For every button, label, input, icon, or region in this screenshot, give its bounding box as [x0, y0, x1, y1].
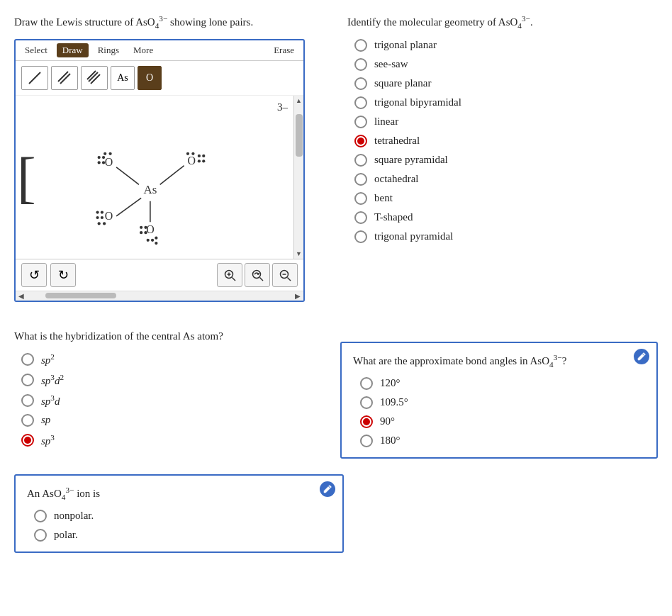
vertical-scrollbar[interactable]: ▲ ▼ [293, 96, 303, 259]
radio-polar[interactable] [34, 529, 47, 542]
svg-point-9 [98, 156, 101, 159]
svg-point-27 [96, 216, 99, 219]
radio-tetrahedral[interactable] [354, 135, 367, 147]
bond-angle-option-120[interactable]: 120° [360, 377, 645, 390]
geometry-option-linear[interactable]: linear [354, 116, 658, 128]
radio-t-shaped[interactable] [354, 211, 367, 224]
geometry-option-trigonal-planar[interactable]: trigonal planar [354, 39, 658, 52]
bond-angles-section: What are the approximate bond angles in … [340, 330, 658, 459]
radio-square-pyramidal[interactable] [354, 154, 367, 167]
radio-90-fill [363, 418, 370, 425]
svg-line-15 [160, 166, 184, 185]
geometry-option-tetrahedral[interactable]: tetrahedral [354, 135, 658, 147]
radio-trigonal-pyramidal[interactable] [354, 230, 367, 243]
hybridization-option-sp[interactable]: sp [21, 414, 326, 427]
geometry-option-t-shaped[interactable]: T-shaped [354, 211, 658, 224]
h-scroll-thumb[interactable] [45, 293, 116, 298]
geometry-option-octahedral[interactable]: octahedral [354, 173, 658, 186]
editor-toolbar: Select Draw Rings More Erase [16, 40, 303, 61]
svg-point-10 [102, 156, 105, 159]
zoom-controls [217, 263, 298, 287]
radio-109.5[interactable] [360, 396, 373, 409]
scroll-thumb[interactable] [296, 114, 303, 157]
radio-bent[interactable] [354, 192, 367, 205]
bond-angle-option-109.5[interactable]: 109.5° [360, 396, 645, 409]
svg-point-20 [202, 159, 205, 162]
radio-octahedral[interactable] [354, 173, 367, 186]
radio-linear[interactable] [354, 116, 367, 128]
scroll-right-arrow[interactable]: ▶ [295, 292, 301, 300]
radio-120[interactable] [360, 377, 373, 390]
bond-angle-option-180[interactable]: 180° [360, 435, 645, 447]
radio-see-saw[interactable] [354, 58, 367, 71]
hybridization-option-sp3d2[interactable]: sp3d2 [21, 373, 326, 387]
bracket-left: [ [17, 96, 30, 259]
svg-line-50 [288, 277, 291, 281]
triple-bond-button[interactable] [81, 66, 108, 90]
label-sp3d2: sp3d2 [41, 373, 64, 387]
hybridization-option-sp2[interactable]: sp2 [21, 352, 326, 366]
zoom-out-button[interactable] [272, 263, 298, 287]
svg-point-25 [96, 211, 99, 213]
label-trigonal-pyramidal: trigonal pyramidal [374, 230, 453, 242]
polar-option-nonpolar[interactable]: nonpolar. [34, 510, 331, 522]
svg-point-39 [155, 236, 157, 239]
radio-sp2[interactable] [21, 353, 34, 366]
hybridization-option-sp3d[interactable]: sp3d [21, 393, 326, 408]
svg-point-40 [155, 242, 157, 245]
polar-edit-icon[interactable] [320, 481, 335, 497]
geometry-option-see-saw[interactable]: see-saw [354, 58, 658, 71]
bond-angles-question: What are the approximate bond angles in … [353, 353, 645, 369]
draw-question: Draw the Lewis structure of AsO43− showi… [14, 13, 326, 32]
svg-point-17 [198, 155, 201, 157]
geometry-option-square-planar[interactable]: square planar [354, 77, 658, 90]
radio-trigonal-bipyramidal[interactable] [354, 96, 367, 109]
hybridization-option-sp3[interactable]: sp3 [21, 433, 326, 447]
radio-sp3d[interactable] [21, 394, 34, 407]
radio-nonpolar[interactable] [34, 510, 47, 522]
polar-question: An AsO43− ion is [27, 486, 331, 501]
single-bond-button[interactable] [21, 66, 48, 90]
radio-sp[interactable] [21, 414, 34, 427]
label-sp2: sp2 [41, 352, 55, 366]
label-sp3d: sp3d [41, 393, 60, 408]
zoom-fit-button[interactable] [245, 263, 270, 287]
double-bond-button[interactable] [51, 66, 78, 90]
scroll-down-arrow[interactable]: ▼ [294, 249, 303, 259]
geometry-radio-group: trigonal planar see-saw square planar tr… [347, 39, 658, 243]
svg-text:As: As [143, 183, 157, 196]
undo-button[interactable]: ↺ [21, 263, 47, 287]
arsenic-atom-button[interactable]: As [111, 66, 135, 90]
geometry-option-trigonal-bipyramidal[interactable]: trigonal bipyramidal [354, 96, 658, 109]
geometry-option-bent[interactable]: bent [354, 192, 658, 205]
oxygen-atom-button[interactable]: O [138, 66, 162, 90]
label-tetrahedral: tetrahedral [374, 135, 420, 147]
svg-line-0 [29, 72, 40, 84]
horizontal-scrollbar[interactable]: ◀ ▶ [16, 291, 303, 301]
zoom-in-button[interactable] [217, 263, 242, 287]
select-tool-button[interactable]: Select [20, 43, 52, 57]
label-octahedral: octahedral [374, 173, 418, 185]
draw-tool-button[interactable]: Draw [57, 43, 89, 57]
radio-trigonal-planar[interactable] [354, 39, 367, 52]
svg-point-45 [253, 270, 261, 278]
label-trigonal-bipyramidal: trigonal bipyramidal [374, 96, 461, 108]
rings-tool-button[interactable]: Rings [93, 43, 124, 57]
erase-tool-button[interactable]: Erase [269, 43, 299, 57]
scroll-up-arrow[interactable]: ▲ [294, 96, 303, 106]
redo-button[interactable]: ↻ [50, 263, 76, 287]
zoom-in-icon [223, 269, 236, 281]
radio-square-planar[interactable] [354, 77, 367, 90]
polar-option-polar[interactable]: polar. [34, 529, 331, 542]
geometry-option-trigonal-pyramidal[interactable]: trigonal pyramidal [354, 230, 658, 243]
radio-sp3[interactable] [21, 434, 34, 447]
radio-sp3d2[interactable] [21, 374, 34, 386]
bond-angles-edit-icon[interactable] [634, 349, 649, 364]
geometry-option-square-pyramidal[interactable]: square pyramidal [354, 154, 658, 167]
radio-180[interactable] [360, 435, 373, 447]
molecule-canvas[interactable]: [ 3– As O [16, 96, 303, 259]
bond-angle-option-90[interactable]: 90° [360, 415, 645, 428]
more-tool-button[interactable]: More [128, 43, 158, 57]
radio-90[interactable] [360, 415, 373, 428]
scroll-left-arrow[interactable]: ◀ [18, 292, 24, 300]
